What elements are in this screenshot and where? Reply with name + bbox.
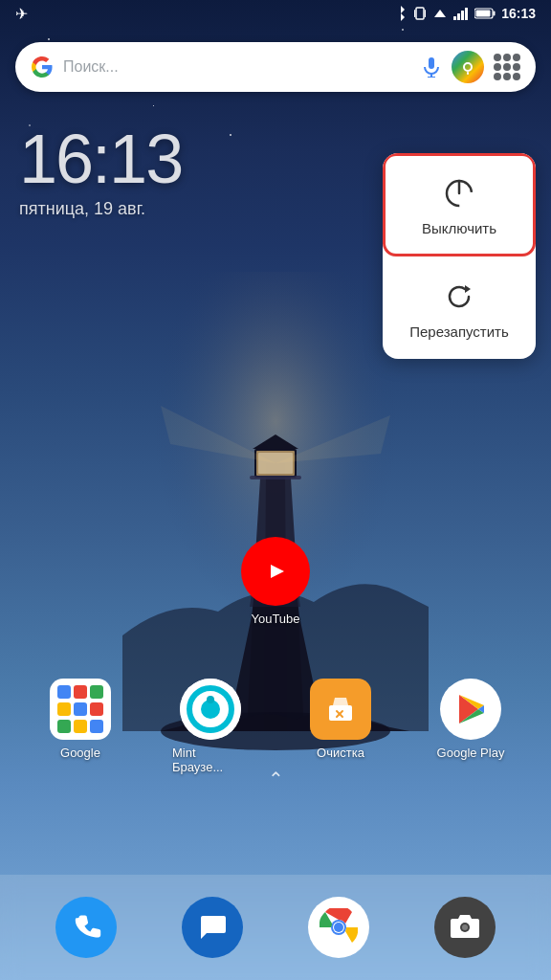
wifi-icon [432, 6, 448, 21]
svg-point-41 [334, 923, 343, 932]
camera-dock-icon[interactable] [434, 897, 496, 958]
battery-icon [474, 8, 496, 19]
lens-inner-icon [459, 58, 476, 76]
camera-search-icon[interactable] [452, 51, 484, 83]
clock-time: 16:13 [19, 124, 182, 193]
camera-icon [449, 911, 481, 944]
power-icon [442, 176, 476, 211]
status-right: 16:13 [394, 5, 536, 22]
svg-rect-6 [416, 8, 424, 19]
cleaner-app-item: Очистка [302, 679, 379, 774]
google-app-item: Google [42, 679, 119, 774]
cleaner-label: Очистка [317, 746, 364, 760]
shutdown-label: Выключить [422, 220, 496, 236]
youtube-app-container: YouTube [241, 537, 310, 626]
svg-rect-15 [494, 11, 496, 16]
svg-rect-11 [457, 13, 460, 20]
youtube-label: YouTube [251, 612, 299, 626]
chrome-icon [320, 908, 358, 947]
restart-label: Перезапустить [409, 323, 509, 340]
google-label: Google [60, 746, 100, 760]
power-menu: Выключить Перезапустить [383, 153, 536, 359]
play-store-inner-icon [452, 690, 490, 728]
svg-marker-24 [465, 285, 471, 293]
app-row: Google Mint Браузе... Очистка [0, 679, 551, 774]
svg-point-30 [207, 696, 214, 703]
svg-rect-13 [465, 8, 468, 20]
dock-arrow[interactable]: ⌃ [268, 768, 284, 791]
mint-browser-item: Mint Браузе... [172, 679, 249, 774]
svg-marker-9 [434, 10, 446, 17]
dock [0, 875, 551, 980]
phone-dock-icon[interactable] [55, 897, 117, 958]
svg-rect-12 [461, 11, 464, 20]
youtube-icon[interactable] [241, 537, 310, 606]
messages-icon [197, 912, 228, 943]
cleaner-inner-icon [323, 692, 358, 726]
bluetooth-icon [394, 5, 408, 22]
google-folder-icon[interactable] [50, 679, 111, 740]
apps-grid-icon[interactable] [494, 54, 520, 80]
status-bar: ✈ 16:13 [0, 0, 551, 27]
svg-rect-7 [414, 10, 415, 17]
status-time: 16:13 [501, 6, 536, 21]
svg-point-20 [464, 63, 472, 71]
restart-icon [442, 279, 476, 314]
shutdown-button[interactable]: Выключить [383, 153, 536, 256]
messages-dock-icon[interactable] [182, 897, 243, 958]
svg-rect-16 [476, 11, 491, 17]
status-left: ✈ [15, 5, 28, 23]
clock-date: пятница, 19 авг. [19, 199, 182, 219]
phone-icon [71, 912, 101, 943]
svg-rect-10 [453, 16, 456, 20]
cleaner-icon[interactable] [310, 679, 371, 740]
search-bar[interactable]: Поиск... [15, 42, 536, 92]
mint-browser-icon[interactable] [180, 679, 241, 740]
google-logo [31, 56, 54, 78]
search-placeholder: Поиск... [63, 58, 411, 76]
mint-inner-icon [180, 679, 241, 740]
clock-widget: 16:13 пятница, 19 авг. [19, 124, 182, 219]
telegram-icon: ✈ [15, 5, 28, 23]
google-play-icon[interactable] [440, 679, 501, 740]
youtube-play-icon [256, 558, 295, 585]
svg-rect-8 [425, 10, 426, 17]
vibration-icon [413, 6, 427, 21]
restart-button[interactable]: Перезапустить [383, 256, 536, 359]
svg-point-43 [462, 924, 468, 930]
signal-icon [453, 7, 469, 20]
google-play-item: Google Play [432, 679, 509, 774]
google-play-label: Google Play [437, 746, 505, 760]
svg-rect-21 [467, 72, 469, 75]
svg-rect-4 [250, 476, 301, 479]
microphone-icon[interactable] [421, 56, 442, 78]
mint-browser-label: Mint Браузе... [172, 746, 249, 774]
svg-rect-17 [429, 57, 434, 69]
chrome-dock-icon[interactable] [308, 897, 369, 958]
